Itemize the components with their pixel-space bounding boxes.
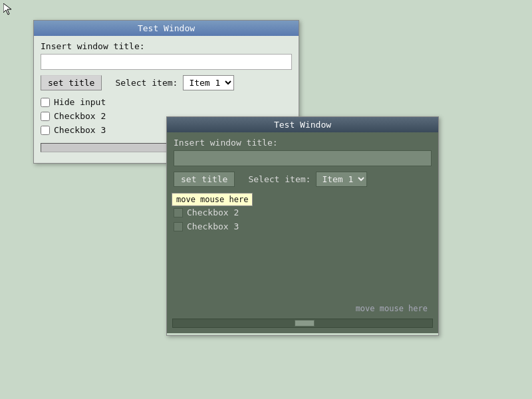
checkbox-row-6: Checkbox 3 [174, 221, 432, 231]
checkbox-hide-input-2[interactable] [174, 194, 183, 203]
set-title-button-1[interactable]: set title [41, 75, 102, 90]
checkbox-2-2[interactable] [174, 208, 183, 217]
title-input-1[interactable] [41, 54, 292, 70]
row-buttons-1: set title Select item: Item 1 Item 2 Ite… [41, 75, 292, 90]
title-input-2[interactable] [174, 150, 432, 166]
checkbox-label-2: Checkbox 2 [54, 111, 106, 121]
checkbox-3-1[interactable] [41, 126, 50, 135]
scrollbar-thumb-2[interactable] [295, 320, 315, 327]
item-select-1[interactable]: Item 1 Item 2 Item 3 [183, 75, 234, 90]
svg-marker-0 [3, 3, 11, 15]
window-1-titlebar: Test Window [34, 21, 299, 36]
insert-label-2: Insert window title: [174, 138, 432, 148]
cursor-icon [3, 3, 11, 15]
checkbox-label-5: Checkbox 2 [187, 207, 239, 217]
window-1-title: Test Window [138, 23, 195, 33]
window-2-body: Insert window title: set title Select it… [167, 132, 438, 333]
checkbox-row-1: Hide input [41, 97, 292, 107]
checkbox-row-5: Checkbox 2 [174, 207, 432, 217]
checkbox-label-1: Hide input [54, 97, 106, 107]
checkbox-3-2[interactable] [174, 222, 183, 231]
scrollbar-2[interactable] [172, 319, 433, 328]
set-title-button-2[interactable]: set title [174, 172, 235, 187]
window-2-title: Test Window [274, 120, 331, 130]
select-label-1: Select item: [115, 78, 178, 88]
window-2: Test Window Insert window title: set tit… [166, 116, 439, 336]
window-2-titlebar: Test Window [167, 117, 438, 132]
insert-label-1: Insert window title: [41, 41, 292, 51]
checkbox-2-1[interactable] [41, 112, 50, 121]
select-label-2: Select item: [248, 174, 311, 184]
checkbox-label-3: Checkbox 3 [54, 125, 106, 135]
checkbox-row-4: Hide input [174, 194, 432, 203]
checkbox-label-6: Checkbox 3 [187, 221, 239, 231]
checkbox-hide-input-1[interactable] [41, 98, 50, 107]
move-mouse-text: move mouse here [356, 304, 428, 313]
row-buttons-2: set title Select item: Item 1 Item 2 Ite… [174, 172, 432, 187]
checkbox-label-4: Hide input [187, 194, 239, 203]
item-select-2[interactable]: Item 1 Item 2 Item 3 [316, 172, 367, 187]
